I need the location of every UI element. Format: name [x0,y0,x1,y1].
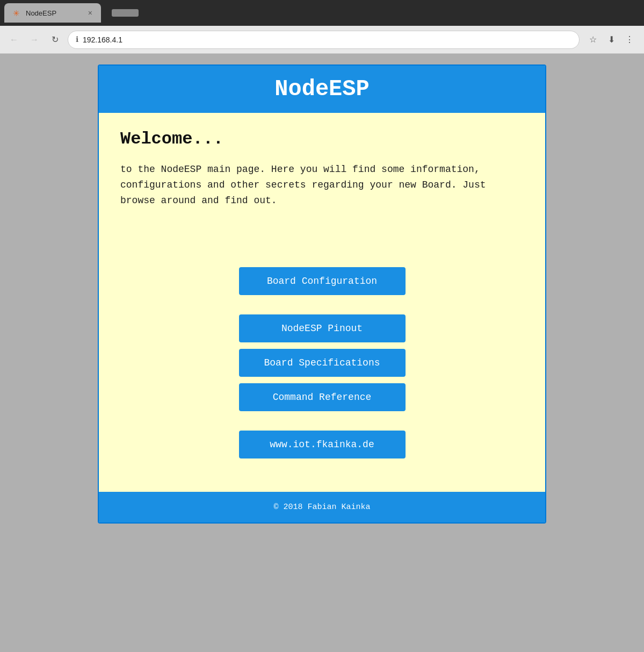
menu-button[interactable]: ⋮ [621,32,638,48]
reload-button[interactable]: ↻ [47,32,62,47]
board-specifications-btn[interactable]: Board Specifications [239,349,406,377]
download-button[interactable]: ⬇ [603,32,619,48]
website-btn[interactable]: www.iot.fkainka.de [239,431,406,458]
inactive-tab-bar [112,9,139,17]
board-configuration-btn[interactable]: Board Configuration [239,267,406,295]
back-icon: ← [10,35,18,45]
welcome-text: to the NodeESP main page. Here you will … [120,162,524,208]
tab-favicon: ✳ [13,9,21,17]
download-icon: ⬇ [608,34,615,45]
menu-icon: ⋮ [625,34,634,45]
site-title: NodeESP [110,76,534,102]
site-body: Welcome... to the NodeESP main page. Her… [99,113,545,492]
site-footer: © 2018 Fabian Kainka [99,492,545,522]
forward-button[interactable]: → [27,32,42,47]
browser-toolbar: ← → ↻ ℹ 192.168.4.1 ☆ ⬇ ⋮ [0,26,644,54]
info-icon: ℹ [76,35,78,44]
tab-title: NodeESP [26,9,84,17]
buttons-container: Board Configuration NodeESP Pinout Board… [120,240,524,465]
command-reference-btn[interactable]: Command Reference [239,383,406,411]
tab-close-button[interactable]: × [88,9,92,17]
bookmark-icon: ☆ [589,34,597,45]
bookmark-button[interactable]: ☆ [585,32,601,48]
nodeesp-pinout-btn[interactable]: NodeESP Pinout [239,314,406,342]
page-area: NodeESP Welcome... to the NodeESP main p… [0,54,644,545]
forward-icon: → [30,35,39,45]
back-button[interactable]: ← [6,32,21,47]
inactive-tab[interactable] [103,3,147,23]
browser-titlebar: ✳ NodeESP × [0,0,644,26]
address-bar[interactable]: ℹ 192.168.4.1 [68,31,580,49]
toolbar-actions: ☆ ⬇ ⋮ [585,32,638,48]
site-header: NodeESP [99,66,545,113]
welcome-heading: Welcome... [120,129,524,149]
active-tab[interactable]: ✳ NodeESP × [4,3,101,23]
reload-icon: ↻ [52,34,59,45]
footer-text: © 2018 Fabian Kainka [110,503,534,512]
site-container: NodeESP Welcome... to the NodeESP main p… [98,65,546,524]
address-text: 192.168.4.1 [83,35,571,44]
